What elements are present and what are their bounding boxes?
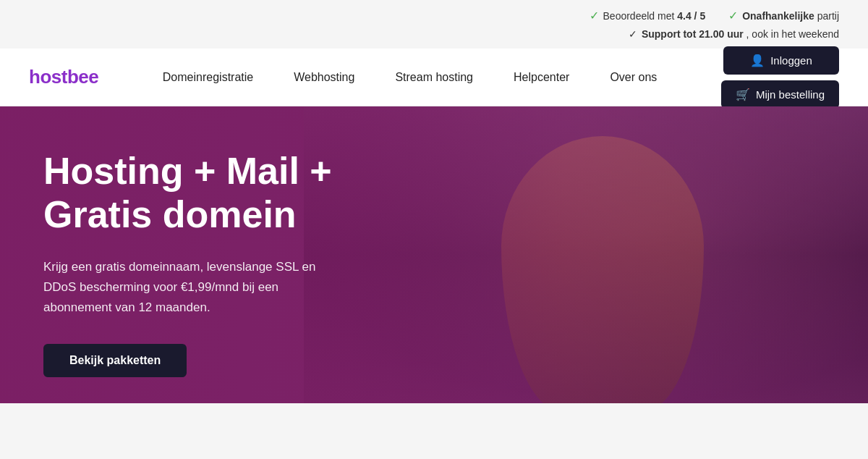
hero-title: Hosting + Mail + Gratis domein (43, 150, 333, 237)
check-icon-support: ✓ (629, 28, 637, 40)
nav: Domeinregistratie Webhosting Stream host… (142, 49, 678, 106)
user-icon: 👤 (750, 54, 765, 67)
nav-item-webhosting[interactable]: Webhosting (273, 49, 375, 106)
check-icon-rating: ✓ (590, 9, 599, 22)
hero-subtitle: Krijg een gratis domeinnaam, levenslange… (43, 257, 333, 318)
order-button[interactable]: 🛒 Mijn bestelling (721, 80, 839, 109)
top-bar-row1: ✓ Beoordeeld met 4.4 / 5 ✓ Onafhankelijk… (0, 0, 868, 28)
support-text: Support tot 21.00 uur , ook in het weeke… (642, 28, 839, 40)
nav-item-helpcenter[interactable]: Helpcenter (493, 49, 590, 106)
top-bar-wrapper: ✓ Beoordeeld met 4.4 / 5 ✓ Onafhankelijk… (0, 0, 868, 49)
rating-item: ✓ Beoordeeld met 4.4 / 5 (590, 9, 706, 22)
support-item: ✓ Support tot 21.00 uur , ook in het wee… (629, 28, 839, 40)
check-icon-independent: ✓ (728, 9, 738, 22)
independent-item: ✓ Onafhankelijke partij (728, 9, 839, 22)
nav-item-over-ons[interactable]: Over ons (590, 49, 677, 106)
nav-item-domeinregistratie[interactable]: Domeinregistratie (142, 49, 273, 106)
hero-content: Hosting + Mail + Gratis domein Krijg een… (0, 106, 376, 403)
login-button[interactable]: 👤 Inloggen (723, 46, 839, 75)
rating-text: Beoordeeld met 4.4 / 5 (603, 10, 706, 22)
hero-cta-button[interactable]: Bekijk pakketten (43, 344, 187, 377)
nav-actions: 👤 Inloggen 🛒 Mijn bestelling (721, 46, 839, 109)
independent-text: Onafhankelijke partij (742, 10, 839, 22)
hero-section: Hosting + Mail + Gratis domein Krijg een… (0, 106, 868, 403)
nav-item-stream-hosting[interactable]: Stream hosting (375, 49, 493, 106)
cart-icon: 🛒 (736, 88, 750, 101)
header: hostbee Domeinregistratie Webhosting Str… (0, 49, 868, 106)
logo[interactable]: hostbee (29, 66, 98, 88)
